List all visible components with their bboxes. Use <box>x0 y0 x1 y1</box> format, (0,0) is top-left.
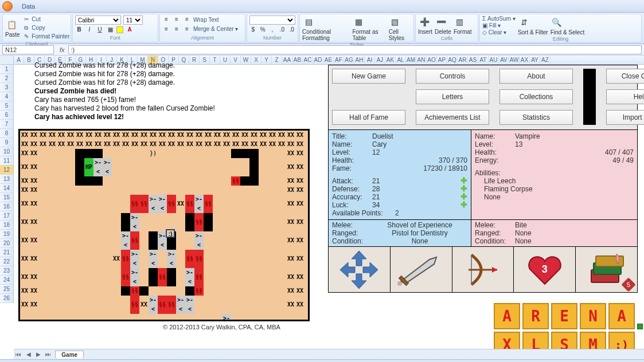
map-cell[interactable]: §§ <box>130 195 139 213</box>
map-cell[interactable] <box>240 158 249 176</box>
map-cell[interactable] <box>112 186 121 195</box>
map-cell[interactable] <box>222 176 231 186</box>
map-cell[interactable]: XX <box>277 140 286 149</box>
map-cell[interactable] <box>213 176 222 186</box>
map-cell[interactable] <box>158 286 167 296</box>
map-cell[interactable] <box>259 213 268 231</box>
map-cell[interactable] <box>139 231 149 250</box>
map-cell[interactable]: XX <box>20 268 29 286</box>
map-cell[interactable]: §§ <box>130 231 139 250</box>
map-cell[interactable] <box>240 149 249 158</box>
map-cell[interactable]: XX <box>185 131 194 140</box>
map-cell[interactable] <box>103 231 112 250</box>
map-cell[interactable] <box>66 286 75 296</box>
row-header[interactable]: 26 <box>0 294 13 303</box>
map-cell[interactable]: XX <box>295 176 305 186</box>
map-cell[interactable]: XX <box>259 131 268 140</box>
map-cell[interactable] <box>213 213 222 231</box>
map-cell[interactable] <box>139 286 149 296</box>
map-cell[interactable]: XX <box>29 286 38 296</box>
map-cell[interactable]: XX <box>213 140 222 149</box>
row-header[interactable]: 3 <box>0 83 13 92</box>
wrap-text-button[interactable]: Wrap Text <box>193 17 219 23</box>
map-cell[interactable] <box>75 176 84 186</box>
map-cell[interactable]: §§ <box>185 250 194 268</box>
map-cell[interactable] <box>84 195 93 213</box>
map-cell[interactable]: XX <box>29 158 38 176</box>
map-cell[interactable]: >-< <box>130 268 139 286</box>
map-cell[interactable]: >-< <box>149 195 158 213</box>
map-cell[interactable] <box>249 176 259 186</box>
col-header[interactable]: AI <box>365 56 375 64</box>
map-cell[interactable] <box>259 268 268 286</box>
fill-color-button[interactable] <box>116 26 123 33</box>
map-cell[interactable] <box>112 213 121 231</box>
map-cell[interactable]: >-< <box>103 158 112 176</box>
map-cell[interactable]: XX <box>20 158 29 176</box>
map-cell[interactable] <box>75 195 84 213</box>
map-cell[interactable]: XX <box>213 131 222 140</box>
col-header[interactable]: Z <box>272 56 282 64</box>
map-cell[interactable] <box>66 195 75 213</box>
map-cell[interactable]: XX <box>167 131 176 140</box>
fx-label[interactable]: fx <box>56 46 68 53</box>
col-header[interactable]: AB <box>292 56 303 64</box>
align-mid-button[interactable]: ≡ <box>173 15 181 23</box>
map-cell[interactable]: XX <box>139 140 149 149</box>
map-cell[interactable]: XX <box>295 140 305 149</box>
row-header[interactable]: 8 <box>0 129 13 138</box>
col-header[interactable]: AG <box>344 56 354 64</box>
map-cell[interactable]: §§ <box>139 195 149 213</box>
col-header[interactable]: X <box>251 56 261 64</box>
ranged-action[interactable] <box>452 247 514 292</box>
map-cell[interactable]: XX <box>29 268 38 286</box>
map-cell[interactable]: XX <box>29 213 38 231</box>
map-cell[interactable] <box>194 314 204 321</box>
map-cell[interactable] <box>93 195 103 213</box>
map-cell[interactable] <box>240 186 249 195</box>
map-cell[interactable] <box>213 186 222 195</box>
map-cell[interactable]: XX <box>268 140 277 149</box>
map-cell[interactable] <box>277 195 286 213</box>
map-cell[interactable] <box>84 286 93 296</box>
map-cell[interactable] <box>158 314 167 321</box>
map-cell[interactable]: XX <box>259 140 268 149</box>
map-cell[interactable] <box>103 286 112 296</box>
map-cell[interactable]: §§ <box>158 268 167 286</box>
row-header[interactable]: 13 <box>0 175 13 184</box>
map-cell[interactable] <box>93 268 103 286</box>
map-cell[interactable] <box>222 268 231 286</box>
map-cell[interactable] <box>48 176 57 186</box>
achievements-button[interactable]: Achievements List <box>416 110 489 125</box>
map-cell[interactable] <box>66 296 75 314</box>
map-cell[interactable] <box>93 176 103 186</box>
map-cell[interactable] <box>176 250 185 268</box>
map-cell[interactable] <box>103 213 112 231</box>
map-cell[interactable]: XX <box>286 296 295 314</box>
format-cell-button[interactable]: ▥Format <box>454 15 472 35</box>
map-cell[interactable] <box>249 195 259 213</box>
sheet-tab-game[interactable]: Game <box>55 351 84 359</box>
inc-decimal-button[interactable]: .0 <box>278 26 286 34</box>
map-cell[interactable] <box>231 268 240 286</box>
map-cell[interactable] <box>222 286 231 296</box>
map-cell[interactable] <box>213 250 222 268</box>
map-cell[interactable] <box>268 268 277 286</box>
map-cell[interactable] <box>185 231 194 250</box>
map-cell[interactable]: XX <box>158 131 167 140</box>
row-header[interactable]: 25 <box>0 285 13 294</box>
map-cell[interactable] <box>213 158 222 176</box>
map-cell[interactable] <box>130 158 139 176</box>
map-cell[interactable]: XX <box>121 131 130 140</box>
map-cell[interactable]: XX <box>231 140 240 149</box>
map-cell[interactable] <box>176 268 185 286</box>
map-cell[interactable] <box>57 268 66 286</box>
map-cell[interactable]: XX <box>176 140 185 149</box>
map-cell[interactable]: XX <box>222 140 231 149</box>
map-cell[interactable] <box>84 149 93 158</box>
map-cell[interactable]: XX <box>57 140 66 149</box>
map-cell[interactable] <box>130 186 139 195</box>
map-cell[interactable]: XX <box>38 131 48 140</box>
map-cell[interactable] <box>249 186 259 195</box>
map-cell[interactable] <box>48 231 57 250</box>
